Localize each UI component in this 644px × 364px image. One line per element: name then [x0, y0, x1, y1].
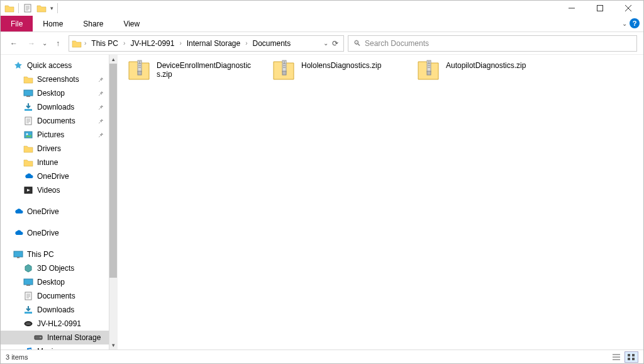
tree-item-documents[interactable]: Documents📌︎	[1, 114, 118, 128]
ribbon-tab-share[interactable]: Share	[73, 16, 113, 31]
ribbon-collapse-icon[interactable]: ⌄	[622, 20, 627, 27]
tree-label: Documents	[37, 117, 75, 125]
scroll-thumb[interactable]	[109, 64, 117, 278]
folder-icon	[23, 144, 33, 154]
ribbon-tab-home[interactable]: Home	[33, 16, 73, 31]
tree-item-internal-storage[interactable]: Internal Storage	[1, 331, 118, 344]
tree-item-pictures[interactable]: Pictures📌︎	[1, 128, 118, 142]
pin-icon: 📌︎	[97, 76, 104, 83]
file-name: HololensDiagnostics.zip	[301, 60, 381, 70]
up-button[interactable]: ↑	[51, 37, 65, 50]
tree-label: Screenshots	[37, 75, 79, 84]
tree-label: Downloads	[37, 103, 74, 111]
tree-item-videos[interactable]: Videos	[1, 183, 118, 197]
tree-item-device[interactable]: JV-HL2-0991	[1, 317, 118, 331]
folder-icon	[23, 74, 33, 84]
qat-newfolder-icon[interactable]	[36, 3, 47, 13]
nav-tree: Quick access Screenshots📌︎ Desktop📌︎ Dow…	[1, 55, 118, 350]
refresh-icon[interactable]: ⟳	[332, 39, 338, 48]
crumb-internal-storage[interactable]: Internal Storage	[184, 36, 243, 51]
tree-item-desktop[interactable]: Desktop📌︎	[1, 86, 118, 100]
tree-onedrive-2[interactable]: OneDrive	[1, 226, 118, 240]
tree-label: Downloads	[37, 305, 74, 314]
scroll-up-icon[interactable]: ▴	[109, 55, 118, 64]
documents-icon	[23, 291, 33, 301]
folder-icon	[23, 157, 33, 168]
forward-button[interactable]: →	[25, 37, 38, 50]
tree-label: Music	[37, 347, 57, 350]
svg-rect-18	[628, 358, 630, 360]
svg-rect-19	[632, 358, 635, 360]
back-button[interactable]: ←	[7, 37, 21, 50]
crumb-documents[interactable]: Documents	[250, 36, 294, 51]
view-details-button[interactable]	[609, 351, 623, 363]
qat-dropdown-icon[interactable]: ▾	[50, 5, 53, 11]
qat-properties-icon[interactable]	[23, 3, 33, 13]
tree-label: Drivers	[37, 144, 61, 153]
tree-quick-access[interactable]: Quick access	[1, 59, 118, 72]
tree-item-3dobjects[interactable]: 3D Objects	[1, 261, 118, 275]
tree-item-screenshots[interactable]: Screenshots📌︎	[1, 72, 118, 86]
tree-item-music[interactable]: Music⌄	[1, 344, 118, 350]
tree-label: OneDrive	[27, 229, 59, 237]
tree-label: This PC	[27, 250, 54, 259]
ribbon-tab-file[interactable]: File	[1, 16, 33, 31]
file-item[interactable]: AutopilotDiagnostics.zip	[417, 60, 543, 84]
title-bar: ▾	[1, 1, 643, 16]
svg-rect-16	[628, 354, 630, 356]
navbar: ← → ⌄ ↑ › This PC › JV-HL2-0991 › Intern…	[1, 32, 643, 55]
address-bar[interactable]: › This PC › JV-HL2-0991 › Internal Stora…	[69, 35, 344, 52]
chevron-right-icon[interactable]: ›	[178, 40, 182, 47]
status-item-count: 3 items	[6, 353, 28, 361]
star-icon	[13, 60, 23, 71]
pin-icon: 📌︎	[97, 104, 104, 111]
minimize-button[interactable]	[557, 1, 586, 15]
help-icon[interactable]: ?	[630, 18, 640, 28]
ribbon-tab-view[interactable]: View	[113, 16, 150, 31]
tree-item-intune[interactable]: Intune	[1, 156, 118, 169]
tree-item-downloads[interactable]: Downloads📌︎	[1, 100, 118, 114]
tree-item-onedrive-qa[interactable]: OneDrive	[1, 169, 118, 183]
address-history-icon[interactable]: ⌄	[323, 40, 328, 47]
maximize-button[interactable]	[586, 1, 614, 15]
tree-item-downloads-pc[interactable]: Downloads	[1, 303, 118, 317]
videos-icon	[23, 185, 33, 195]
chevron-right-icon[interactable]: ›	[122, 40, 126, 47]
search-input[interactable]	[365, 39, 631, 48]
scroll-down-icon[interactable]: ▾	[109, 341, 118, 350]
pin-icon: 📌︎	[97, 118, 104, 125]
music-icon	[23, 346, 33, 350]
tree-label: Intune	[37, 158, 58, 167]
crumb-device[interactable]: JV-HL2-0991	[128, 36, 177, 51]
chevron-down-icon[interactable]: ⌄	[99, 348, 104, 350]
tree-label: OneDrive	[27, 207, 59, 216]
tree-label: Desktop	[37, 278, 65, 287]
onedrive-icon	[13, 207, 23, 217]
chevron-right-icon[interactable]: ›	[83, 40, 87, 47]
storage-icon	[33, 333, 43, 343]
svg-rect-15	[597, 6, 602, 11]
chevron-right-icon[interactable]: ›	[244, 40, 248, 47]
tree-onedrive-1[interactable]: OneDrive	[1, 205, 118, 219]
tree-item-drivers[interactable]: Drivers	[1, 142, 118, 156]
close-button[interactable]	[614, 1, 642, 15]
app-folder-icon	[4, 3, 14, 13]
zip-icon	[128, 60, 152, 84]
sidebar-scrollbar[interactable]: ▴ ▾	[109, 55, 118, 350]
ribbon: File Home Share View ⌄ ?	[1, 16, 643, 32]
tree-this-pc[interactable]: This PC	[1, 247, 118, 261]
downloads-icon	[23, 305, 33, 315]
file-item[interactable]: HololensDiagnostics.zip	[272, 60, 398, 84]
view-icons-button[interactable]	[625, 351, 638, 363]
tree-item-desktop-pc[interactable]: Desktop	[1, 275, 118, 289]
crumb-this-pc[interactable]: This PC	[89, 36, 121, 51]
tree-item-documents-pc[interactable]: Documents	[1, 289, 118, 303]
file-name: AutopilotDiagnostics.zip	[446, 60, 526, 70]
history-dropdown-icon[interactable]: ⌄	[42, 40, 47, 47]
tree-label: Documents	[37, 292, 75, 300]
tree-label: Internal Storage	[47, 333, 101, 342]
file-item[interactable]: DeviceEnrollmentDiagnostics.zip	[128, 60, 253, 84]
tree-label: Quick access	[27, 61, 72, 70]
file-view[interactable]: DeviceEnrollmentDiagnostics.zip Hololens…	[118, 55, 643, 350]
search-box[interactable]: 🔍︎	[348, 35, 637, 52]
